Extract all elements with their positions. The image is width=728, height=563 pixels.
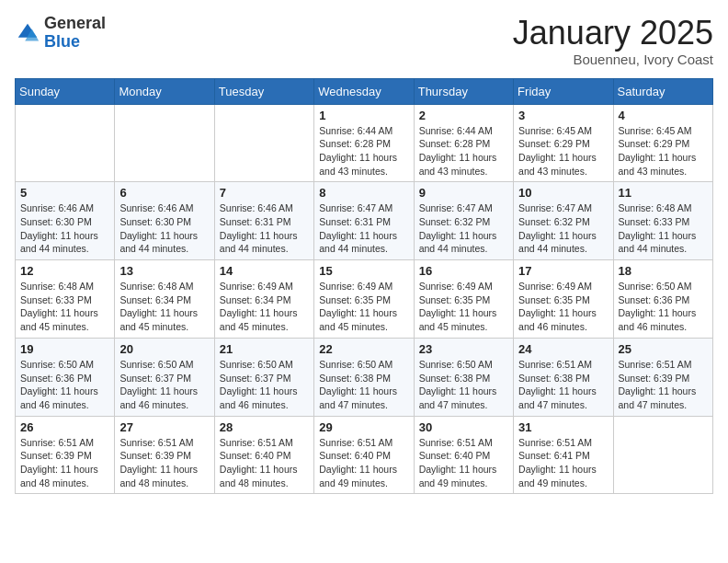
weekday-header-wednesday: Wednesday <box>314 78 414 104</box>
day-number: 21 <box>220 342 309 356</box>
day-info: Sunrise: 6:50 AMSunset: 6:37 PMDaylight:… <box>220 358 309 412</box>
weekday-header-sunday: Sunday <box>16 78 115 104</box>
day-cell <box>613 416 712 494</box>
logo-blue-text: Blue <box>44 33 106 52</box>
day-cell: 23Sunrise: 6:50 AMSunset: 6:38 PMDayligh… <box>414 338 513 416</box>
day-number: 14 <box>220 264 309 278</box>
day-cell <box>214 104 313 182</box>
day-info: Sunrise: 6:46 AMSunset: 6:30 PMDaylight:… <box>119 201 209 256</box>
day-number: 4 <box>619 109 708 122</box>
day-number: 16 <box>419 264 508 278</box>
day-number: 7 <box>220 186 309 200</box>
week-row-4: 19Sunrise: 6:50 AMSunset: 6:36 PMDayligh… <box>16 338 713 416</box>
day-number: 30 <box>419 420 508 434</box>
day-number: 9 <box>419 186 508 200</box>
page-header: General Blue January 2025 Bouenneu, Ivor… <box>15 15 713 67</box>
weekday-header-saturday: Saturday <box>613 78 712 104</box>
day-number: 20 <box>119 342 209 356</box>
day-number: 13 <box>119 264 209 278</box>
day-info: Sunrise: 6:48 AMSunset: 6:33 PMDaylight:… <box>619 201 708 256</box>
day-number: 15 <box>319 264 408 278</box>
day-number: 26 <box>20 420 109 434</box>
day-info: Sunrise: 6:47 AMSunset: 6:32 PMDaylight:… <box>518 201 608 256</box>
day-cell: 13Sunrise: 6:48 AMSunset: 6:34 PMDayligh… <box>115 260 214 339</box>
day-cell: 3Sunrise: 6:45 AMSunset: 6:29 PMDaylight… <box>514 104 613 182</box>
day-number: 1 <box>319 109 408 122</box>
weekday-header-row: SundayMondayTuesdayWednesdayThursdayFrid… <box>16 78 713 104</box>
week-row-5: 26Sunrise: 6:51 AMSunset: 6:39 PMDayligh… <box>16 416 713 494</box>
day-number: 29 <box>319 420 408 434</box>
day-cell: 10Sunrise: 6:47 AMSunset: 6:32 PMDayligh… <box>514 182 613 260</box>
day-info: Sunrise: 6:49 AMSunset: 6:34 PMDaylight:… <box>220 280 309 334</box>
day-cell: 4Sunrise: 6:45 AMSunset: 6:29 PMDaylight… <box>613 104 712 182</box>
day-info: Sunrise: 6:46 AMSunset: 6:31 PMDaylight:… <box>220 201 309 256</box>
week-row-2: 5Sunrise: 6:46 AMSunset: 6:30 PMDaylight… <box>16 182 713 260</box>
calendar-table: SundayMondayTuesdayWednesdayThursdayFrid… <box>15 78 713 495</box>
day-info: Sunrise: 6:49 AMSunset: 6:35 PMDaylight:… <box>419 280 508 334</box>
weekday-header-monday: Monday <box>115 78 214 104</box>
day-cell: 18Sunrise: 6:50 AMSunset: 6:36 PMDayligh… <box>613 260 712 339</box>
day-cell: 22Sunrise: 6:50 AMSunset: 6:38 PMDayligh… <box>314 338 414 416</box>
day-number: 24 <box>518 342 608 356</box>
day-cell: 30Sunrise: 6:51 AMSunset: 6:40 PMDayligh… <box>414 416 513 494</box>
day-cell: 28Sunrise: 6:51 AMSunset: 6:40 PMDayligh… <box>214 416 313 494</box>
day-number: 28 <box>220 420 309 434</box>
day-cell: 25Sunrise: 6:51 AMSunset: 6:39 PMDayligh… <box>613 338 712 416</box>
day-info: Sunrise: 6:50 AMSunset: 6:38 PMDaylight:… <box>319 358 408 412</box>
day-info: Sunrise: 6:46 AMSunset: 6:30 PMDaylight:… <box>20 201 109 256</box>
day-info: Sunrise: 6:47 AMSunset: 6:32 PMDaylight:… <box>419 201 508 256</box>
day-cell: 20Sunrise: 6:50 AMSunset: 6:37 PMDayligh… <box>115 338 214 416</box>
day-number: 19 <box>20 342 109 356</box>
day-cell: 29Sunrise: 6:51 AMSunset: 6:40 PMDayligh… <box>314 416 414 494</box>
logo-text: General Blue <box>44 15 106 52</box>
day-cell: 31Sunrise: 6:51 AMSunset: 6:41 PMDayligh… <box>514 416 613 494</box>
day-cell: 11Sunrise: 6:48 AMSunset: 6:33 PMDayligh… <box>613 182 712 260</box>
month-title: January 2025 <box>513 15 713 52</box>
title-block: January 2025 Bouenneu, Ivory Coast <box>513 15 713 67</box>
day-info: Sunrise: 6:51 AMSunset: 6:40 PMDaylight:… <box>319 436 408 490</box>
day-number: 11 <box>619 186 708 200</box>
day-number: 17 <box>518 264 608 278</box>
logo: General Blue <box>15 15 106 52</box>
day-info: Sunrise: 6:51 AMSunset: 6:41 PMDaylight:… <box>518 436 608 490</box>
day-cell: 8Sunrise: 6:47 AMSunset: 6:31 PMDaylight… <box>314 182 414 260</box>
day-cell: 14Sunrise: 6:49 AMSunset: 6:34 PMDayligh… <box>214 260 313 339</box>
day-cell: 9Sunrise: 6:47 AMSunset: 6:32 PMDaylight… <box>414 182 513 260</box>
day-info: Sunrise: 6:45 AMSunset: 6:29 PMDaylight:… <box>619 124 708 178</box>
day-info: Sunrise: 6:45 AMSunset: 6:29 PMDaylight:… <box>518 124 608 178</box>
day-number: 5 <box>20 186 109 200</box>
day-info: Sunrise: 6:51 AMSunset: 6:39 PMDaylight:… <box>619 358 708 412</box>
day-cell: 5Sunrise: 6:46 AMSunset: 6:30 PMDaylight… <box>16 182 115 260</box>
day-info: Sunrise: 6:51 AMSunset: 6:38 PMDaylight:… <box>518 358 608 412</box>
day-info: Sunrise: 6:51 AMSunset: 6:39 PMDaylight:… <box>119 436 209 490</box>
week-row-1: 1Sunrise: 6:44 AMSunset: 6:28 PMDaylight… <box>16 104 713 182</box>
week-row-3: 12Sunrise: 6:48 AMSunset: 6:33 PMDayligh… <box>16 260 713 339</box>
day-info: Sunrise: 6:50 AMSunset: 6:36 PMDaylight:… <box>20 358 109 412</box>
logo-icon <box>15 20 40 46</box>
day-number: 27 <box>119 420 209 434</box>
day-number: 12 <box>20 264 109 278</box>
day-cell: 26Sunrise: 6:51 AMSunset: 6:39 PMDayligh… <box>16 416 115 494</box>
day-number: 22 <box>319 342 408 356</box>
day-cell: 19Sunrise: 6:50 AMSunset: 6:36 PMDayligh… <box>16 338 115 416</box>
day-info: Sunrise: 6:49 AMSunset: 6:35 PMDaylight:… <box>319 280 408 334</box>
day-number: 6 <box>119 186 209 200</box>
day-cell: 15Sunrise: 6:49 AMSunset: 6:35 PMDayligh… <box>314 260 414 339</box>
day-info: Sunrise: 6:49 AMSunset: 6:35 PMDaylight:… <box>518 280 608 334</box>
day-cell: 12Sunrise: 6:48 AMSunset: 6:33 PMDayligh… <box>16 260 115 339</box>
day-number: 18 <box>619 264 708 278</box>
day-info: Sunrise: 6:51 AMSunset: 6:39 PMDaylight:… <box>20 436 109 490</box>
location-subtitle: Bouenneu, Ivory Coast <box>513 52 713 67</box>
weekday-header-friday: Friday <box>514 78 613 104</box>
day-info: Sunrise: 6:48 AMSunset: 6:33 PMDaylight:… <box>20 280 109 334</box>
logo-general-text: General <box>44 15 106 33</box>
weekday-header-tuesday: Tuesday <box>214 78 313 104</box>
day-cell: 21Sunrise: 6:50 AMSunset: 6:37 PMDayligh… <box>214 338 313 416</box>
day-cell: 7Sunrise: 6:46 AMSunset: 6:31 PMDaylight… <box>214 182 313 260</box>
day-info: Sunrise: 6:51 AMSunset: 6:40 PMDaylight:… <box>419 436 508 490</box>
day-info: Sunrise: 6:44 AMSunset: 6:28 PMDaylight:… <box>319 124 408 178</box>
weekday-header-thursday: Thursday <box>414 78 513 104</box>
day-info: Sunrise: 6:50 AMSunset: 6:38 PMDaylight:… <box>419 358 508 412</box>
day-cell: 2Sunrise: 6:44 AMSunset: 6:28 PMDaylight… <box>414 104 513 182</box>
day-cell <box>115 104 214 182</box>
